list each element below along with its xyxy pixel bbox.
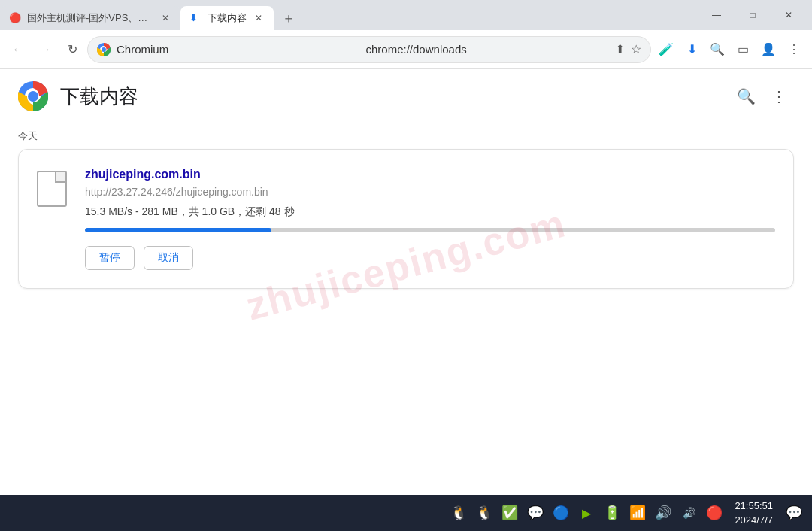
file-icon-wrap [34, 168, 70, 210]
address-favicon [97, 43, 111, 56]
pause-button[interactable]: 暂停 [85, 246, 135, 270]
toolbar-icons: 🧪 ⬇ 🔍 ▭ 👤 ⋮ [654, 38, 806, 62]
taskbar-time: 21:55:51 [735, 499, 773, 514]
download-filename[interactable]: zhujiceping.com.bin [85, 168, 775, 181]
address-url: chrome://downloads [366, 43, 610, 56]
download-status: 15.3 MB/s - 281 MB，共 1.0 GB，还剩 48 秒 [85, 205, 775, 219]
cancel-button[interactable]: 取消 [144, 246, 193, 270]
download-info: zhujiceping.com.bin http://23.27.24.246/… [85, 168, 775, 270]
tab-2-title: 下载内容 [208, 11, 247, 25]
title-bar: 🔴 国外主机测评-国外VPS、国… ✕ ⬇ 下载内容 ✕ ＋ — □ ✕ [0, 0, 812, 30]
page-content: 下载内容 🔍 ⋮ zhujiceping.com 今天 zhujiceping.… [0, 69, 812, 495]
taskbar-icon-sogou[interactable]: 🔴 [703, 502, 726, 524]
progress-bar-fill [85, 228, 271, 232]
tab-2-close[interactable]: ✕ [253, 12, 265, 24]
download-actions: 暂停 取消 [85, 246, 775, 270]
split-icon[interactable]: ▭ [731, 38, 755, 62]
taskbar-clock[interactable]: 21:55:51 2024/7/7 [729, 499, 779, 528]
profile-icon[interactable]: 👤 [756, 38, 780, 62]
tab-1-title: 国外主机测评-国外VPS、国… [27, 11, 153, 25]
taskbar-icon-battery[interactable]: 🔋 [601, 502, 623, 524]
back-button[interactable]: ← [6, 38, 30, 62]
taskbar-icon-volume[interactable]: 🔊 [652, 502, 674, 524]
page-more-button[interactable]: ⋮ [764, 81, 794, 111]
page-search-button[interactable]: 🔍 [731, 81, 761, 111]
svg-point-5 [28, 91, 38, 102]
taskbar-icon-bluetooth[interactable]: 🔵 [550, 502, 572, 524]
tab-1-favicon: 🔴 [9, 12, 21, 24]
forward-button[interactable]: → [33, 38, 57, 62]
tab-2[interactable]: ⬇ 下载内容 ✕ [180, 6, 274, 30]
minimize-button[interactable]: — [699, 3, 734, 27]
address-brand: Chromium [117, 43, 360, 56]
close-button[interactable]: ✕ [771, 3, 806, 27]
tab-2-favicon: ⬇ [189, 12, 201, 24]
taskbar-icons: 🐧 🐧 ✅ 💬 🔵 ▶ 🔋 📶 🔊 🔊 🔴 [447, 502, 726, 524]
page-header: 下载内容 🔍 ⋮ [0, 69, 812, 123]
svg-point-2 [102, 47, 106, 52]
taskbar-icon-lang[interactable]: 🔊 [677, 502, 700, 524]
new-tab-button[interactable]: ＋ [277, 6, 301, 30]
section-today-label: 今天 [0, 123, 812, 149]
tab-1-close[interactable]: ✕ [159, 12, 171, 24]
page-title: 下载内容 [60, 83, 719, 110]
progress-bar [85, 228, 775, 232]
page-logo [18, 81, 48, 111]
taskbar-icon-check[interactable]: ✅ [498, 502, 521, 524]
taskbar-icon-wifi[interactable]: 📶 [626, 502, 649, 524]
download-item: zhujiceping.com.bin http://23.27.24.246/… [18, 149, 794, 289]
taskbar-icon-penguin1[interactable]: 🐧 [447, 502, 470, 524]
bookmark-icon[interactable]: ☆ [631, 42, 641, 56]
extension-icon-1[interactable]: 🧪 [654, 38, 678, 62]
taskbar-icon-nvidia[interactable]: ▶ [575, 502, 598, 524]
address-bar[interactable]: Chromium chrome://downloads ⬆ ☆ [87, 36, 651, 63]
taskbar-icon-wechat[interactable]: 💬 [524, 502, 547, 524]
tab-area: 🔴 国外主机测评-国外VPS、国… ✕ ⬇ 下载内容 ✕ ＋ [0, 0, 693, 30]
taskbar-date: 2024/7/7 [735, 513, 773, 528]
taskbar-notify[interactable]: 💬 [782, 501, 806, 525]
taskbar-icon-penguin2[interactable]: 🐧 [473, 502, 495, 524]
page-header-actions: 🔍 ⋮ [731, 81, 794, 111]
share-icon[interactable]: ⬆ [615, 42, 625, 56]
download-icon[interactable]: ⬇ [680, 38, 704, 62]
download-list: zhujiceping.com.bin http://23.27.24.246/… [0, 149, 812, 495]
file-icon [37, 171, 67, 207]
tab-1[interactable]: 🔴 国外主机测评-国外VPS、国… ✕ [0, 6, 180, 30]
maximize-button[interactable]: □ [735, 3, 770, 27]
menu-icon[interactable]: ⋮ [782, 38, 806, 62]
nav-bar: ← → ↻ Chromium chrome://downloads ⬆ ☆ 🧪 … [0, 30, 812, 69]
refresh-button[interactable]: ↻ [60, 38, 84, 62]
search-icon[interactable]: 🔍 [705, 38, 729, 62]
download-url: http://23.27.24.246/zhujiceping.com.bin [85, 186, 775, 198]
window-controls: — □ ✕ [693, 0, 812, 30]
taskbar: 🐧 🐧 ✅ 💬 🔵 ▶ 🔋 📶 🔊 🔊 🔴 21:55:51 2024/7/7 … [0, 495, 812, 531]
